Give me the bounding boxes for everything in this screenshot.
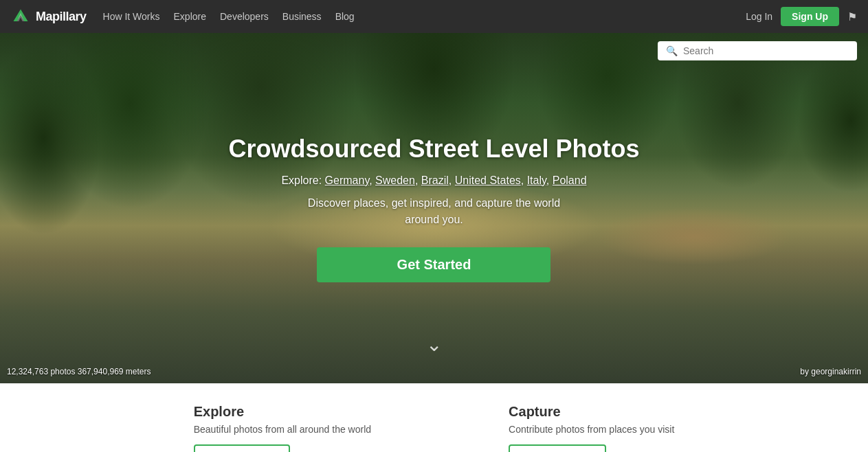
search-icon: 🔍 [666, 45, 678, 56]
chevron-down-icon[interactable]: ⌄ [426, 333, 442, 356]
explore-card-title: Explore [194, 404, 244, 420]
explore-italy[interactable]: Italy [527, 174, 546, 186]
hero-explore-line: Explore: Germany, Sweden, Brazil, United… [228, 174, 639, 187]
explore-poland[interactable]: Poland [553, 174, 587, 186]
explore-brazil[interactable]: Brazil [421, 174, 449, 186]
hero-content: Crowdsourced Street Level Photos Explore… [214, 135, 653, 282]
nav-links: How It Works Explore Developers Business… [103, 11, 746, 22]
search-overlay: 🔍 [658, 41, 857, 60]
explore-prefix: Explore: [281, 174, 322, 186]
capture-card: Capture Contribute photos from places yo… [509, 404, 674, 452]
hero-section: 🔍 Crowdsourced Street Level Photos Explo… [0, 33, 868, 383]
nav-business[interactable]: Business [282, 11, 322, 22]
capture-card-desc: Contribute photos from places you visit [509, 424, 674, 435]
explore-card: Explore Beautiful photos from all around… [194, 404, 371, 452]
search-box: 🔍 [658, 41, 857, 60]
nav-blog[interactable]: Blog [335, 11, 355, 22]
hero-title: Crowdsourced Street Level Photos [228, 135, 639, 163]
capture-card-title: Capture [509, 404, 561, 420]
explore-card-desc: Beautiful photos from all around the wor… [194, 424, 371, 435]
get-started-button[interactable]: Get Started [317, 247, 550, 282]
explore-sweden[interactable]: Sweden [375, 174, 415, 186]
hero-subtitle: Discover places, get inspired, and captu… [228, 195, 639, 228]
explore-germany[interactable]: Germany [325, 174, 370, 186]
signup-button[interactable]: Sign Up [781, 7, 839, 26]
flag-icon[interactable]: ⚑ [847, 10, 857, 23]
bottom-section: Explore Beautiful photos from all around… [0, 383, 868, 452]
explore-united-states[interactable]: United States [455, 174, 521, 186]
hero-credit: by georginakirrin [800, 367, 861, 376]
nav-right: Log In Sign Up ⚑ [746, 7, 857, 26]
search-input[interactable] [683, 45, 849, 56]
logo[interactable]: Mapillary [11, 7, 87, 26]
start-capturing-button[interactable]: Start Capturing [509, 444, 606, 452]
start-exploring-button[interactable]: Start Exploring [194, 444, 290, 452]
hero-stats: 12,324,763 photos 367,940,969 meters [7, 367, 151, 376]
nav-how-it-works[interactable]: How It Works [103, 11, 160, 22]
login-button[interactable]: Log In [746, 11, 772, 22]
logo-icon [11, 7, 30, 26]
logo-text: Mapillary [36, 10, 87, 24]
nav-developers[interactable]: Developers [220, 11, 269, 22]
navbar: Mapillary How It Works Explore Developer… [0, 0, 868, 33]
nav-explore[interactable]: Explore [174, 11, 206, 22]
